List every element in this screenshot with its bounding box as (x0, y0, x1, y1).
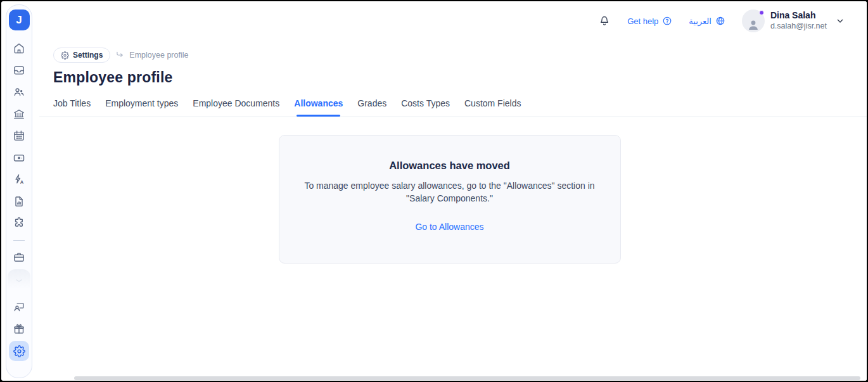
app-logo[interactable]: J (9, 10, 30, 30)
tab-employment-types[interactable]: Employment types (105, 98, 178, 117)
banknote-icon (13, 151, 25, 164)
sidebar: J A (6, 4, 32, 378)
avatar-status-dot (759, 10, 764, 15)
home-icon (13, 42, 25, 54)
settings-gear-small-icon (61, 51, 69, 60)
sidebar-item-payroll[interactable] (8, 147, 30, 169)
get-help-button[interactable]: Get help (627, 16, 672, 26)
main-content: Settings Employee profile Employee profi… (32, 41, 867, 381)
tab-costs-types[interactable]: Costs Types (401, 98, 450, 117)
sidebar-item-home[interactable] (8, 37, 30, 60)
breadcrumb-settings[interactable]: Settings (53, 48, 110, 63)
tab-employee-documents[interactable]: Employee Documents (193, 98, 279, 117)
app-window: J A (1, 1, 867, 381)
settings-active-highlight (9, 341, 29, 361)
user-menu[interactable]: Dina Salah d.salah@jisr.net (742, 10, 845, 32)
inbox-icon (13, 64, 25, 77)
sidebar-divider (13, 240, 25, 241)
bank-icon (13, 108, 25, 120)
go-to-allowances-link[interactable]: Go to Allowances (415, 222, 483, 232)
language-switch-button[interactable]: العربية (689, 16, 725, 26)
notifications-button[interactable] (598, 15, 611, 27)
sidebar-item-organization[interactable] (8, 103, 30, 125)
tabs-bottom-divider (39, 117, 867, 117)
puzzle-icon (13, 217, 25, 229)
sidebar-item-automations[interactable]: A (8, 169, 30, 191)
breadcrumb: Settings Employee profile (53, 48, 867, 63)
ghost-placeholder-icon (8, 269, 30, 292)
calendar-icon (13, 129, 25, 142)
breadcrumb-current-label: Employee profile (129, 51, 188, 60)
help-circle-icon (662, 16, 672, 26)
sidebar-item-settings[interactable] (8, 341, 30, 361)
sidebar-item-inbox[interactable] (8, 60, 30, 82)
briefcase-icon (13, 251, 25, 264)
id-badge-icon (13, 300, 25, 313)
page-title: Employee profile (53, 69, 867, 86)
sidebar-item-recruitment[interactable] (8, 246, 30, 269)
user-meta: Dina Salah d.salah@jisr.net (770, 10, 827, 31)
sidebar-item-reports[interactable] (8, 191, 30, 213)
tab-grades[interactable]: Grades (357, 98, 386, 117)
report-document-icon (13, 195, 25, 208)
settings-gear-icon (13, 345, 25, 357)
top-header: Get help العربية Dina Salah d.salah@jisr… (32, 1, 867, 41)
automation-lightning-icon: A (13, 173, 25, 186)
gift-icon (13, 322, 25, 335)
user-email: d.salah@jisr.net (770, 22, 827, 32)
card-title: Allowances have moved (295, 160, 605, 172)
avatar (742, 10, 765, 32)
avatar-person-icon (746, 17, 761, 32)
user-name: Dina Salah (770, 10, 827, 22)
tabs-bar: Job Titles Employment types Employee Doc… (32, 98, 867, 117)
sidebar-item-onboarding[interactable] (8, 296, 30, 318)
breadcrumb-arrow-icon (115, 51, 124, 60)
sidebar-item-integrations[interactable] (8, 212, 30, 234)
breadcrumb-root-label: Settings (73, 51, 103, 60)
sidebar-item-benefits[interactable] (8, 318, 30, 340)
svg-text:A: A (20, 179, 24, 185)
get-help-label: Get help (627, 16, 658, 26)
sidebar-item-employees[interactable] (8, 81, 30, 103)
language-label: العربية (689, 16, 712, 26)
card-body-text: To manage employee salary allowances, go… (295, 179, 605, 205)
tab-allowances[interactable]: Allowances (294, 98, 343, 117)
tab-custom-fields[interactable]: Custom Fields (464, 98, 521, 117)
bell-icon (598, 15, 611, 27)
logo-letter: J (16, 14, 22, 27)
globe-icon (715, 16, 725, 26)
users-icon (13, 86, 25, 98)
sidebar-item-attendance[interactable] (8, 125, 30, 147)
horizontal-scrollbar[interactable] (74, 376, 860, 380)
tab-job-titles[interactable]: Job Titles (53, 98, 91, 117)
chevron-down-icon[interactable] (835, 16, 845, 26)
allowances-moved-card: Allowances have moved To manage employee… (279, 135, 621, 264)
